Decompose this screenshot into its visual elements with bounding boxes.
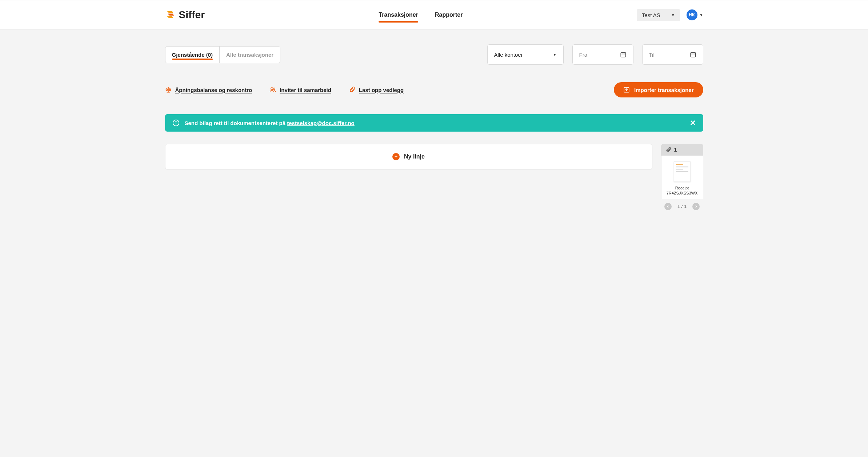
calendar-icon: [690, 51, 696, 58]
topbar-right: Test AS ▼ HK ▼: [637, 9, 703, 21]
action-links: Åpningsbalanse og reskontro Inviter til …: [165, 87, 404, 93]
date-to-input[interactable]: Til: [642, 44, 703, 65]
svg-rect-0: [621, 53, 626, 57]
paperclip-icon: [665, 147, 671, 153]
banner-prefix: Send bilag rett til dokumentsenteret på: [185, 120, 287, 126]
pager-prev-button[interactable]: [664, 203, 672, 210]
new-line-button[interactable]: + Ny linje: [165, 144, 652, 169]
tab-pending[interactable]: Gjenstående (0): [165, 47, 220, 63]
paperclip-icon: [349, 87, 355, 93]
pager-status: 1 / 1: [677, 204, 687, 209]
tab-all[interactable]: Alle transaksjoner: [219, 47, 280, 63]
svg-point-15: [176, 121, 176, 122]
date-from-input[interactable]: Fra: [572, 44, 633, 65]
date-to-placeholder: Til: [649, 52, 655, 58]
pager-next-button[interactable]: [692, 203, 700, 210]
svg-point-11: [273, 88, 275, 90]
date-from-placeholder: Fra: [579, 52, 588, 58]
import-icon: [623, 87, 630, 93]
filters-right: Alle kontoer ▼ Fra Til: [487, 44, 703, 65]
tabs: Gjenstående (0) Alle transaksjoner: [165, 46, 281, 63]
brand[interactable]: Siffer: [165, 9, 205, 21]
link-invite[interactable]: Inviter til samarbeid: [269, 87, 331, 93]
svg-point-10: [271, 88, 273, 90]
scales-icon: [165, 87, 172, 93]
calendar-icon: [620, 51, 627, 58]
account-select[interactable]: Alle kontoer ▼: [487, 44, 564, 65]
link-opening-balance-label: Åpningsbalanse og reskontro: [175, 87, 252, 93]
chevron-down-icon: ▼: [700, 13, 703, 17]
link-opening-balance[interactable]: Åpningsbalanse og reskontro: [165, 87, 252, 93]
link-invite-label: Inviter til samarbeid: [280, 87, 331, 93]
attachment-name: Receipt 7R4ZSJXSS3WX: [667, 185, 698, 196]
svg-rect-4: [691, 53, 696, 57]
import-button-label: Importer transaksjoner: [634, 87, 693, 93]
nav-transactions[interactable]: Transaksjoner: [379, 9, 418, 20]
content-row: + Ny linje 1: [165, 144, 703, 210]
attachment-item[interactable]: Receipt 7R4ZSJXSS3WX: [661, 156, 703, 199]
banner-text: Send bilag rett til dokumentsenteret på …: [185, 120, 355, 126]
tab-all-label: Alle transaksjoner: [226, 52, 273, 58]
brand-name: Siffer: [179, 9, 205, 21]
users-icon: [269, 87, 276, 93]
attachments-header: 1: [661, 144, 703, 156]
main: Gjenstående (0) Alle transaksjoner Alle …: [165, 30, 703, 210]
info-icon: [172, 119, 180, 127]
company-select[interactable]: Test AS ▼: [637, 9, 680, 21]
import-transactions-button[interactable]: Importer transaksjoner: [614, 82, 703, 97]
topbar-inner: Siffer Transaksjoner Rapporter Test AS ▼…: [165, 0, 703, 29]
tab-pending-label: Gjenstående (0): [172, 52, 213, 58]
document-thumbnail-icon: [674, 161, 691, 182]
attachments-panel: 1 Receipt 7R4ZSJXSS3WX 1: [661, 144, 703, 210]
nav-reports[interactable]: Rapporter: [435, 9, 463, 20]
account-select-label: Alle kontoer: [494, 52, 523, 58]
chevron-down-icon: ▼: [671, 13, 675, 17]
banner-email[interactable]: testselskap@doc.siffer.no: [287, 120, 355, 126]
topbar: Siffer Transaksjoner Rapporter Test AS ▼…: [0, 0, 868, 30]
user-menu[interactable]: HK ▼: [687, 9, 703, 20]
nav: Transaksjoner Rapporter: [379, 0, 463, 29]
plus-icon: +: [392, 153, 400, 160]
avatar: HK: [687, 9, 697, 20]
attachments-pager: 1 / 1: [661, 203, 703, 210]
link-upload[interactable]: Last opp vedlegg: [349, 87, 404, 93]
actions-row: Åpningsbalanse og reskontro Inviter til …: [165, 82, 703, 97]
company-name: Test AS: [642, 12, 660, 18]
filters-row: Gjenstående (0) Alle transaksjoner Alle …: [165, 44, 703, 65]
info-banner: Send bilag rett til dokumentsenteret på …: [165, 114, 703, 132]
chevron-down-icon: ▼: [553, 53, 557, 57]
brand-logo-icon: [165, 10, 175, 20]
link-upload-label: Last opp vedlegg: [359, 87, 404, 93]
close-icon[interactable]: ✕: [690, 119, 696, 127]
new-line-label: Ny linje: [404, 153, 425, 160]
attachments-count: 1: [674, 147, 677, 153]
